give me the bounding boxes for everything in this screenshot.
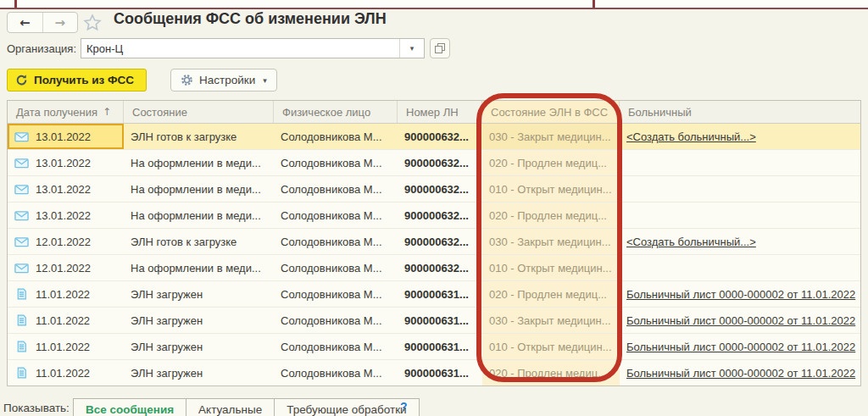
date-cell[interactable]: 13.01.2022	[8, 124, 124, 149]
sick-leave-cell[interactable]	[620, 202, 860, 228]
tab-needs-processing[interactable]: Требующие обработки	[274, 398, 419, 416]
get-from-fss-button[interactable]: Получить из ФСС	[7, 69, 147, 92]
sick-leave-link[interactable]: Больничный лист 0000-000002 от 11.01.202…	[626, 341, 855, 353]
sick-leave-cell[interactable]: <Создать больничный...>	[620, 229, 860, 254]
sick-leave-cell[interactable]: Больничный лист 0000-000002 от 11.01.202…	[620, 308, 860, 333]
person-cell[interactable]: Солодовникова М...	[274, 360, 398, 385]
column-header-number[interactable]: Номер ЛН	[398, 101, 482, 123]
sick-leave-cell[interactable]	[620, 150, 860, 175]
state-cell[interactable]: На оформлении в меди...	[124, 202, 274, 228]
tab-actual[interactable]: Актуальные	[186, 398, 275, 416]
fss-state-cell[interactable]: 030 - Закрыт медицин...	[482, 124, 620, 149]
table-row[interactable]: 11.01.2022 ЭЛН загружен Солодовникова М.…	[8, 360, 860, 385]
state-cell[interactable]: ЭЛН загружен	[124, 308, 274, 333]
table-row[interactable]: 11.01.2022 ЭЛН загружен Солодовникова М.…	[8, 308, 860, 334]
date-cell[interactable]: 11.01.2022	[8, 360, 124, 385]
sick-leave-cell[interactable]: Больничный лист 0000-000002 от 11.01.202…	[620, 281, 860, 307]
sick-leave-link[interactable]: Больничный лист 0000-000002 от 11.01.202…	[626, 288, 855, 301]
date-cell[interactable]: 11.01.2022	[8, 334, 124, 359]
person-cell[interactable]: Солодовникова М...	[274, 229, 398, 254]
forward-button[interactable]: →	[42, 13, 78, 32]
fss-state-cell[interactable]: 030 - Закрыт медицин...	[482, 229, 620, 254]
sick-leave-cell[interactable]: Больничный лист 0000-000002 от 11.01.202…	[620, 360, 860, 385]
fss-state-cell[interactable]: 020 - Продлен медиц...	[482, 360, 620, 385]
fss-state-cell[interactable]: 030 - Закрыт медицин...	[482, 308, 620, 333]
number-cell[interactable]: 900000632...	[398, 150, 482, 175]
envelope-icon	[14, 130, 29, 142]
fss-state-cell[interactable]: 010 - Открыт медицин...	[482, 334, 620, 359]
state-cell[interactable]: ЭЛН готов к загрузке	[124, 229, 274, 254]
table-row[interactable]: 12.01.2022 На оформлении в меди... Солод…	[8, 255, 860, 281]
table-row[interactable]: 13.01.2022 На оформлении в меди... Солод…	[8, 176, 860, 202]
table-row[interactable]: 11.01.2022 ЭЛН загружен Солодовникова М.…	[8, 334, 860, 360]
table-row[interactable]: 13.01.2022 На оформлении в меди... Солод…	[8, 150, 860, 176]
sick-leave-link[interactable]: Больничный лист 0000-000002 от 11.01.202…	[626, 314, 855, 327]
state-cell[interactable]: ЭЛН загружен	[124, 334, 274, 359]
sick-leave-link[interactable]: <Создать больничный...>	[626, 236, 756, 248]
favorite-star-icon[interactable]	[82, 13, 103, 33]
sick-leave-cell[interactable]: <Создать больничный...>	[620, 124, 860, 149]
column-header-fss-state[interactable]: Состояние ЭЛН в ФСС	[482, 101, 620, 123]
date-cell[interactable]: 12.01.2022	[8, 255, 124, 280]
person-cell[interactable]: Солодовникова М...	[274, 281, 398, 307]
fss-state-cell[interactable]: 020 - Продлен медиц...	[482, 281, 620, 307]
sick-leave-cell[interactable]	[620, 255, 860, 280]
person-cell[interactable]: Солодовникова М...	[274, 308, 398, 333]
row-number: 900000632...	[404, 183, 469, 196]
person-cell[interactable]: Солодовникова М...	[274, 124, 398, 149]
organization-dropdown-button[interactable]: ▾	[399, 39, 424, 58]
number-cell[interactable]: 900000632...	[398, 124, 482, 149]
state-cell[interactable]: ЭЛН загружен	[124, 360, 274, 385]
column-header-date[interactable]: Дата получения ↑	[8, 101, 124, 123]
state-cell[interactable]: ЭЛН готов к загрузке	[124, 124, 274, 149]
state-cell[interactable]: На оформлении в меди...	[124, 176, 274, 202]
person-cell[interactable]: Солодовникова М...	[274, 150, 398, 175]
person-cell[interactable]: Солодовникова М...	[274, 202, 398, 228]
state-cell[interactable]: На оформлении в меди...	[124, 255, 274, 280]
number-cell[interactable]: 900000631...	[398, 360, 482, 385]
fss-state-cell[interactable]: 020 - Продлен медиц...	[482, 150, 620, 175]
table-row[interactable]: 11.01.2022 ЭЛН загружен Солодовникова М.…	[8, 281, 860, 308]
column-header-person[interactable]: Физическое лицо	[274, 101, 398, 123]
date-cell[interactable]: 13.01.2022	[8, 150, 124, 175]
person-cell[interactable]: Солодовникова М...	[274, 176, 398, 202]
number-cell[interactable]: 900000631...	[398, 308, 482, 333]
row-person: Солодовникова М...	[281, 183, 382, 196]
organization-choose-button[interactable]	[430, 38, 450, 58]
sick-leave-link[interactable]: <Создать больничный...>	[626, 130, 756, 143]
person-cell[interactable]: Солодовникова М...	[274, 255, 398, 280]
date-cell[interactable]: 13.01.2022	[8, 176, 124, 202]
table-row[interactable]: 12.01.2022 ЭЛН готов к загрузке Солодовн…	[8, 229, 860, 255]
sick-leave-link[interactable]: Больничный лист 0000-000002 от 11.01.202…	[626, 367, 855, 380]
organization-input[interactable]	[81, 39, 399, 58]
number-cell[interactable]: 900000632...	[398, 229, 482, 254]
organization-field[interactable]: ▾	[81, 38, 425, 58]
number-cell[interactable]: 900000632...	[398, 255, 482, 280]
column-header-sick-leave[interactable]: Больничный	[620, 101, 860, 123]
date-cell[interactable]: 11.01.2022	[8, 281, 124, 307]
help-link[interactable]: ?	[400, 400, 408, 413]
sick-leave-cell[interactable]	[620, 176, 860, 202]
table-row[interactable]: 13.01.2022 ЭЛН готов к загрузке Солодовн…	[8, 124, 860, 150]
column-header-state[interactable]: Состояние	[124, 101, 274, 123]
sick-leave-cell[interactable]: Больничный лист 0000-000002 от 11.01.202…	[620, 334, 860, 359]
date-cell[interactable]: 13.01.2022	[8, 202, 124, 228]
table-row[interactable]: 13.01.2022 На оформлении в меди... Солод…	[8, 202, 860, 229]
number-cell[interactable]: 900000632...	[398, 176, 482, 202]
settings-button[interactable]: Настройки ▾	[170, 69, 277, 92]
person-cell[interactable]: Солодовникова М...	[274, 334, 398, 359]
state-cell[interactable]: На оформлении в меди...	[124, 150, 274, 175]
fss-state-cell[interactable]: 010 - Открыт медицин...	[482, 255, 620, 280]
number-cell[interactable]: 900000631...	[398, 281, 482, 307]
number-cell[interactable]: 900000632...	[398, 202, 482, 228]
state-cell[interactable]: ЭЛН загружен	[124, 281, 274, 307]
fss-state-cell[interactable]: 010 - Открыт медицин...	[482, 176, 620, 202]
back-button[interactable]: ←	[8, 13, 42, 32]
fss-state-cell[interactable]: 020 - Продлен медиц...	[482, 202, 620, 228]
date-cell[interactable]: 12.01.2022	[8, 229, 124, 254]
number-cell[interactable]: 900000631...	[398, 334, 482, 359]
row-fss-state: 030 - Закрыт медицин...	[489, 130, 611, 143]
date-cell[interactable]: 11.01.2022	[8, 308, 124, 333]
row-date: 13.01.2022	[36, 130, 91, 143]
tab-all-messages[interactable]: Все сообщения	[73, 398, 186, 416]
